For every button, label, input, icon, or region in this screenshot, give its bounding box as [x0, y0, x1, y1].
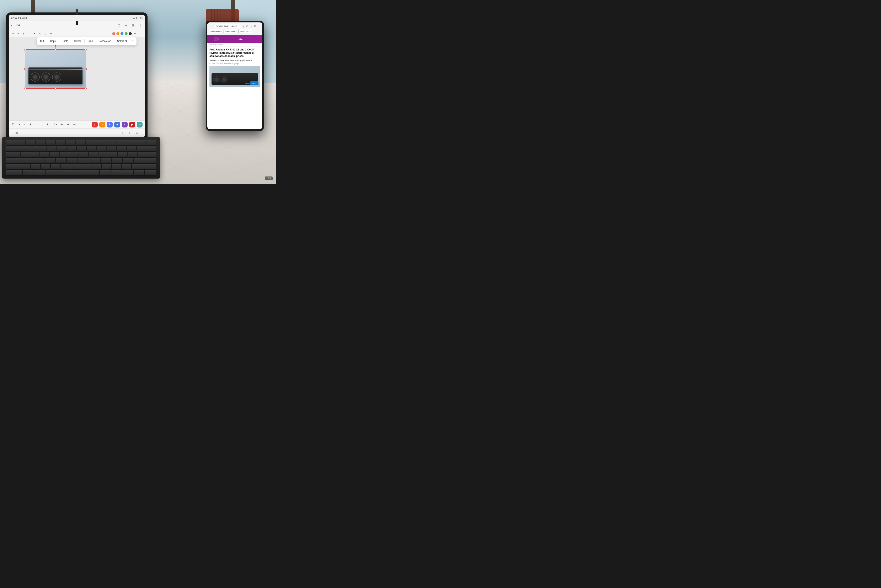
tab-1-close[interactable]: ×: [221, 30, 222, 32]
key-f11[interactable]: [126, 140, 136, 146]
browser-back-button[interactable]: ‹: [209, 24, 211, 28]
key-b[interactable]: [71, 164, 81, 170]
key-ctrl[interactable]: [6, 170, 22, 176]
apps-grid-button[interactable]: ⊞: [13, 129, 20, 136]
color-dark[interactable]: [129, 32, 132, 35]
key-v[interactable]: [61, 164, 71, 170]
key-l[interactable]: [123, 158, 134, 164]
key-backtick[interactable]: [6, 146, 16, 152]
key-6[interactable]: [66, 146, 76, 152]
cut-button[interactable]: Cut: [38, 39, 46, 44]
tab-2-close[interactable]: ×: [236, 30, 237, 32]
share-browser-icon[interactable]: ⬡: [246, 24, 249, 28]
font-size-button[interactable]: 12▾: [52, 123, 58, 126]
key-caps[interactable]: [6, 158, 33, 164]
canvas-area[interactable]: [9, 38, 145, 120]
key-w[interactable]: [30, 152, 39, 158]
shape-button[interactable]: ◇: [44, 32, 48, 35]
paste-button[interactable]: Paste: [60, 39, 70, 44]
select-all-button[interactable]: Select all: [116, 39, 129, 44]
checkbox-button[interactable]: ☐: [11, 123, 15, 126]
key-7[interactable]: [77, 146, 86, 152]
key-f5[interactable]: [66, 140, 75, 146]
toolbar-overflow-button[interactable]: …: [138, 32, 143, 35]
key-del[interactable]: [146, 140, 156, 146]
key-o[interactable]: [98, 152, 108, 158]
color-blue[interactable]: [120, 32, 123, 35]
key-8[interactable]: [87, 146, 96, 152]
back-button[interactable]: ‹: [11, 24, 12, 27]
underline-button[interactable]: U: [40, 123, 43, 126]
key-quote[interactable]: [145, 158, 156, 164]
more-colors-button[interactable]: ⊕: [133, 32, 137, 35]
browser-tab-1[interactable]: C An emergency kit ch... ×: [209, 29, 224, 33]
key-h[interactable]: [89, 158, 100, 164]
key-1[interactable]: [16, 146, 26, 152]
key-f9[interactable]: [106, 140, 116, 146]
key-tab[interactable]: [6, 152, 20, 158]
indent-button[interactable]: ⇥: [66, 123, 70, 126]
outdent-button[interactable]: ⇤: [72, 123, 77, 126]
pencil-icon[interactable]: ✏: [124, 23, 128, 28]
key-2[interactable]: [26, 146, 36, 152]
key-k[interactable]: [111, 158, 122, 164]
address-bar[interactable]: www.xda-developers.com: [214, 24, 241, 28]
key-f12[interactable]: [136, 140, 146, 146]
browser-tab-2[interactable]: C AMD Radeon RX ×: [224, 29, 239, 33]
back-nav-button[interactable]: ‹: [119, 129, 126, 136]
refresh-icon[interactable]: ↻: [242, 24, 245, 28]
browser-tab-3[interactable]: G title - Go... ×: [239, 29, 252, 33]
key-alt-right[interactable]: [100, 170, 111, 176]
key-comma[interactable]: [102, 164, 111, 170]
key-m[interactable]: [92, 164, 101, 170]
key-9[interactable]: [97, 146, 106, 152]
key-slash[interactable]: [122, 164, 132, 170]
key-t[interactable]: [60, 152, 69, 158]
key-z[interactable]: [31, 164, 40, 170]
key-0[interactable]: [107, 146, 116, 152]
key-equals[interactable]: [127, 146, 136, 152]
key-x[interactable]: [41, 164, 50, 170]
xda-search[interactable]: [214, 37, 219, 41]
settings-icon[interactable]: ⚙: [137, 122, 143, 128]
key-shift-right[interactable]: [132, 164, 156, 170]
key-f8[interactable]: [96, 140, 105, 146]
key-arrow-up[interactable]: [122, 170, 133, 176]
key-4[interactable]: [47, 146, 56, 152]
key-3[interactable]: [36, 146, 46, 152]
highlighter-button[interactable]: ▲: [32, 32, 37, 35]
bullet-list-button[interactable]: •: [24, 123, 26, 126]
eraser-button[interactable]: ⊡: [38, 32, 42, 35]
key-f4[interactable]: [56, 140, 65, 146]
key-q[interactable]: [21, 152, 30, 158]
key-j[interactable]: [101, 158, 111, 164]
key-backspace[interactable]: [137, 146, 156, 152]
selected-image[interactable]: [26, 50, 86, 88]
hamburger-icon[interactable]: ☰: [209, 38, 212, 41]
key-enter[interactable]: [138, 152, 156, 158]
key-minus[interactable]: [117, 146, 126, 152]
key-fn[interactable]: [23, 170, 34, 176]
share-icon[interactable]: ⬡: [117, 23, 121, 28]
key-lbracket[interactable]: [118, 152, 127, 158]
key-f1[interactable]: [26, 140, 35, 146]
lasso-button[interactable]: ⊕: [49, 32, 53, 35]
text-button[interactable]: T: [22, 32, 26, 36]
home-nav-button[interactable]: ○: [126, 129, 134, 136]
key-arrow-left[interactable]: [111, 170, 122, 176]
review-button[interactable]: Review: [250, 81, 259, 85]
key-esc[interactable]: [6, 140, 25, 146]
key-n[interactable]: [81, 164, 91, 170]
tab-3-close[interactable]: ×: [250, 30, 251, 32]
italic-button[interactable]: I: [35, 123, 38, 126]
key-arrow-right[interactable]: [145, 170, 156, 176]
youtube-icon[interactable]: ▶: [129, 122, 135, 128]
key-f[interactable]: [67, 158, 78, 164]
bixby-icon[interactable]: B: [107, 122, 113, 128]
color-green[interactable]: [125, 32, 128, 35]
color-orange[interactable]: [116, 32, 119, 35]
key-shift-left[interactable]: [6, 164, 30, 170]
key-semicolon[interactable]: [134, 158, 144, 164]
key-i[interactable]: [89, 152, 98, 158]
text2-button[interactable]: T: [27, 32, 31, 36]
